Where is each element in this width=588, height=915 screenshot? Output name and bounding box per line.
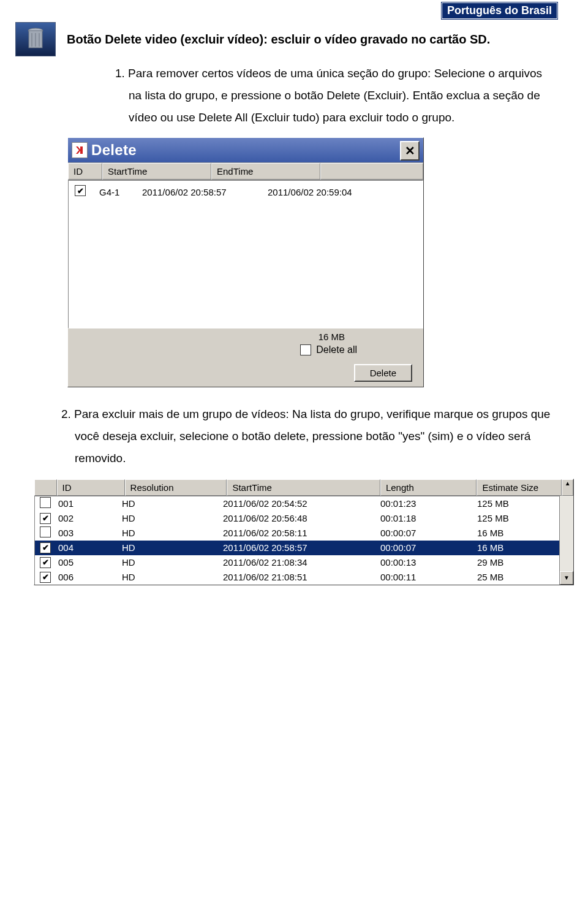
col-id[interactable]: ID — [68, 163, 102, 180]
list-item[interactable]: ✔ G4-1 2011/06/02 20:58:57 2011/06/02 20… — [69, 181, 423, 197]
col-endtime[interactable]: EndTime — [211, 163, 320, 180]
table-row[interactable]: ✔006HD2011/06/02 21:08:5100:00:1125 MB — [35, 570, 559, 585]
row-checkbox[interactable] — [40, 526, 51, 537]
table-row[interactable]: ✔004HD2011/06/02 20:58:5700:00:0716 MB — [35, 541, 559, 555]
paragraph-2: 2. Para excluir mais de um grupo de víde… — [61, 403, 551, 469]
paragraph-1: 1. Para remover certos vídeos de uma úni… — [67, 63, 551, 129]
row-resolution: HD — [122, 513, 223, 523]
size-label: 16 MB — [73, 332, 418, 342]
dialog-title: Delete — [91, 142, 137, 159]
row-starttime: 2011/06/02 20:58:57 — [223, 542, 380, 553]
row-starttime: 2011/06/02 20:58:11 — [223, 528, 380, 538]
row-estimate-size: 16 MB — [477, 528, 559, 538]
row-id: 006 — [58, 572, 122, 582]
row-length: 00:00:07 — [380, 542, 477, 553]
row-length: 00:00:07 — [380, 528, 477, 538]
row-starttime: 2011/06/02 20:56:48 — [223, 513, 380, 523]
col-id[interactable]: ID — [57, 479, 125, 496]
col-starttime[interactable]: StartTime — [227, 479, 380, 496]
row-end: 2011/06/02 20:59:04 — [268, 181, 390, 197]
row-estimate-size: 29 MB — [477, 557, 559, 568]
dialog-titlebar: Delete ✕ — [68, 138, 423, 163]
row-id: 003 — [58, 528, 122, 538]
video-list-table: ID Resolution StartTime Length Estimate … — [34, 479, 574, 585]
wide-column-headers: ID Resolution StartTime Length Estimate … — [34, 479, 573, 496]
row-checkbox[interactable]: ✔ — [40, 513, 51, 524]
delete-button[interactable]: Delete — [354, 364, 412, 382]
scroll-up-button[interactable]: ▲ — [562, 479, 573, 496]
delete-all-checkbox[interactable] — [300, 344, 311, 355]
dialog-list: ✔ G4-1 2011/06/02 20:58:57 2011/06/02 20… — [68, 180, 423, 328]
row-starttime: 2011/06/02 21:08:34 — [223, 557, 380, 568]
table-row[interactable]: 003HD2011/06/02 20:58:1100:00:0716 MB — [35, 526, 559, 541]
col-estimate-size[interactable]: Estimate Size — [477, 479, 562, 496]
section-heading: Botão Delete video (excluir vídeo): escl… — [67, 32, 490, 47]
row-id: G4-1 — [99, 181, 142, 197]
language-badge: Português do Brasil — [442, 2, 557, 19]
close-button[interactable]: ✕ — [400, 141, 420, 161]
row-resolution: HD — [122, 572, 223, 582]
row-starttime: 2011/06/02 21:08:51 — [223, 572, 380, 582]
row-id: 001 — [58, 498, 122, 509]
row-checkbox[interactable]: ✔ — [40, 542, 51, 553]
row-length: 00:00:13 — [380, 557, 477, 568]
dialog-column-headers: ID StartTime EndTime — [68, 163, 423, 180]
delete-titlebar-icon — [72, 142, 88, 158]
row-resolution: HD — [122, 557, 223, 568]
row-id: 004 — [58, 542, 122, 553]
row-estimate-size: 125 MB — [477, 513, 559, 523]
scrollbar[interactable]: ▼ — [559, 496, 573, 585]
row-resolution: HD — [122, 542, 223, 553]
row-checkbox[interactable]: ✔ — [75, 185, 86, 196]
table-row[interactable]: ✔002HD2011/06/02 20:56:4800:01:18125 MB — [35, 511, 559, 526]
row-checkbox[interactable]: ✔ — [40, 557, 51, 568]
col-length[interactable]: Length — [380, 479, 477, 496]
row-id: 005 — [58, 557, 122, 568]
delete-dialog: Delete ✕ ID StartTime EndTime ✔ G4-1 201… — [67, 137, 424, 387]
table-row[interactable]: ✔005HD2011/06/02 21:08:3400:00:1329 MB — [35, 555, 559, 570]
col-resolution[interactable]: Resolution — [125, 479, 227, 496]
table-row[interactable]: 001HD2011/06/02 20:54:5200:01:23125 MB — [35, 496, 559, 511]
row-checkbox[interactable]: ✔ — [40, 572, 51, 583]
row-estimate-size: 16 MB — [477, 542, 559, 553]
row-starttime: 2011/06/02 20:54:52 — [223, 498, 380, 509]
row-start: 2011/06/02 20:58:57 — [142, 181, 268, 197]
row-id: 002 — [58, 513, 122, 523]
delete-all-label: Delete all — [316, 344, 357, 355]
row-checkbox[interactable] — [40, 497, 51, 508]
row-length: 00:01:18 — [380, 513, 477, 523]
col-check[interactable] — [34, 479, 57, 496]
row-resolution: HD — [122, 498, 223, 509]
row-estimate-size: 25 MB — [477, 572, 559, 582]
col-starttime[interactable]: StartTime — [102, 163, 211, 180]
col-spacer — [320, 163, 423, 180]
row-length: 00:01:23 — [380, 498, 477, 509]
row-resolution: HD — [122, 528, 223, 538]
row-length: 00:00:11 — [380, 572, 477, 582]
row-estimate-size: 125 MB — [477, 498, 559, 509]
trash-icon — [15, 22, 56, 56]
scroll-down-button[interactable]: ▼ — [560, 571, 573, 585]
